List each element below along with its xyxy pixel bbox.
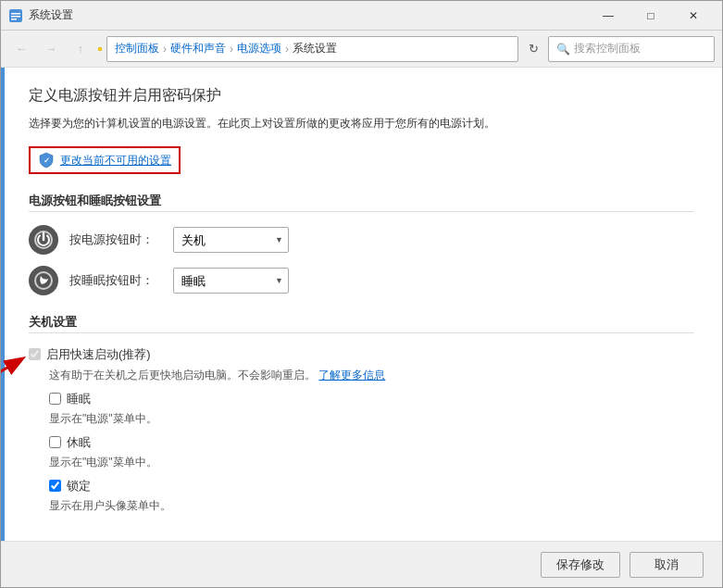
sleep-button-row: 按睡眠按钮时： 睡眠 关机 不采取任何操作 [29,266,694,295]
search-placeholder: 搜索控制面板 [574,41,641,56]
sleep-button-select-wrapper: 睡眠 关机 不采取任何操作 [173,268,289,294]
shutdown-section: 关机设置 [29,314,694,514]
power-button-select-wrapper: 关机 睡眠 不采取任何操作 [173,227,289,253]
lock-label: 锁定 [67,478,91,494]
fast-startup-row: 启用快速启动(推荐) [29,346,694,363]
shield-icon: ✓ [38,152,55,169]
back-button[interactable]: ← [8,36,34,62]
breadcrumb-home[interactable]: 控制面板 [115,41,159,56]
power-section-title: 电源按钮和睡眠按钮设置 [29,193,694,212]
change-settings-wrapper: ✓ 更改当前不可用的设置 [29,146,181,174]
hibernate-desc: 显示在"电源"菜单中。 [49,455,694,470]
fast-startup-label: 启用快速启动(推荐) [46,346,151,363]
content-inner: 定义电源按钮并启用密码保护 选择要为您的计算机设置的电源设置。在此页上对设置所做… [1,68,722,541]
shutdown-section-title: 关机设置 [29,314,694,333]
address-bar: 控制面板 › 硬件和声音 › 电源选项 › 系统设置 [106,36,518,62]
power-button-row: 按电源按钮时： 关机 睡眠 不采取任何操作 [29,225,694,255]
page-title: 定义电源按钮并启用密码保护 [29,86,694,106]
lock-checkbox[interactable] [49,480,61,492]
minimize-button[interactable]: — [587,1,630,31]
refresh-button[interactable]: ↻ [522,36,544,62]
sleep-button-select[interactable]: 睡眠 关机 不采取任何操作 [173,268,289,294]
sleep-row: 睡眠 [49,391,694,407]
breadcrumb-power[interactable]: 电源选项 [237,41,281,56]
change-settings-button[interactable]: ✓ 更改当前不可用的设置 [31,148,179,172]
window-title: 系统设置 [29,7,587,23]
cancel-button[interactable]: 取消 [630,552,704,578]
sleep-button-icon [29,266,58,295]
hibernate-label: 休眠 [67,434,91,451]
nav-bar: ← → ↑ 控制面板 › 硬件和声音 › 电源选项 › 系统设置 ↻ 🔍 [1,31,722,68]
sleep-checkbox[interactable] [49,393,61,405]
page-description: 选择要为您的计算机设置的电源设置。在此页上对设置所做的更改将应用于您所有的电源计… [29,115,694,131]
window-icon [8,8,23,23]
svg-point-5 [99,47,102,50]
search-icon: 🔍 [556,43,570,56]
lock-row: 锁定 [49,478,694,494]
fast-startup-checkbox[interactable] [29,348,41,360]
svg-rect-1 [11,13,20,15]
left-accent-bar [1,68,5,541]
hibernate-row: 休眠 [49,434,694,451]
svg-text:✓: ✓ [44,156,50,165]
power-button-label: 按电源按钮时： [69,231,162,248]
power-button-select[interactable]: 关机 睡眠 不采取任何操作 [173,227,289,253]
learn-more-link[interactable]: 了解更多信息 [318,369,385,382]
maximize-button[interactable]: □ [630,1,672,31]
sleep-desc: 显示在"电源"菜单中。 [49,411,694,427]
lock-desc: 显示在用户头像菜单中。 [49,498,694,514]
search-box: 🔍 搜索控制面板 [548,36,715,62]
breadcrumb-current: 系统设置 [293,41,337,56]
forward-button[interactable]: → [38,36,64,62]
content-area: 定义电源按钮并启用密码保护 选择要为您的计算机设置的电源设置。在此页上对设置所做… [1,68,722,587]
breadcrumb-hardware[interactable]: 硬件和声音 [170,41,226,56]
fast-startup-desc: 这有助于在关机之后更快地启动电脑。不会影响重启。 了解更多信息 [49,367,694,383]
power-button-icon [29,225,58,255]
close-button[interactable]: ✕ [672,1,715,31]
title-bar: 系统设置 — □ ✕ [1,1,722,31]
svg-rect-3 [11,19,17,20]
window-controls: — □ ✕ [587,1,715,31]
breadcrumb: 控制面板 › 硬件和声音 › 电源选项 › 系统设置 [115,41,510,56]
footer: 保存修改 取消 [1,541,722,587]
system-settings-window: 系统设置 — □ ✕ ← → ↑ 控制面板 › 硬件和声音 › 电源选项 [0,0,723,588]
svg-rect-2 [11,16,20,18]
sleep-button-label: 按睡眠按钮时： [69,272,162,289]
save-button[interactable]: 保存修改 [541,552,620,578]
sleep-label: 睡眠 [67,391,91,407]
up-button[interactable]: ↑ [68,36,93,62]
change-settings-label: 更改当前不可用的设置 [60,153,171,169]
fast-startup-wrapper: 启用快速启动(推荐) 这有助于在关机之后更快地启动电脑。不会影响重启。 了解更多… [29,346,694,383]
hibernate-checkbox[interactable] [49,436,61,448]
red-arrow [1,350,29,390]
power-button-section: 电源按钮和睡眠按钮设置 按电源按钮时： 关机 睡眠 [29,193,694,295]
